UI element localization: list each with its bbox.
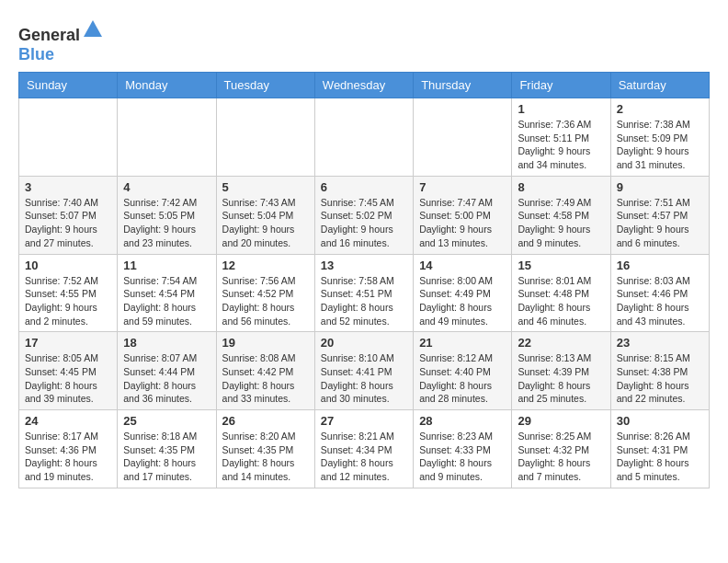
calendar-day-cell: 25Sunrise: 8:18 AM Sunset: 4:35 PM Dayli… [118, 410, 216, 488]
day-info: Sunrise: 7:56 AM Sunset: 4:52 PM Dayligh… [222, 274, 309, 328]
day-info: Sunrise: 7:45 AM Sunset: 5:02 PM Dayligh… [321, 196, 407, 250]
day-info: Sunrise: 8:20 AM Sunset: 4:35 PM Dayligh… [222, 430, 309, 484]
day-info: Sunrise: 7:54 AM Sunset: 4:54 PM Dayligh… [123, 274, 210, 328]
logo-blue: Blue [18, 45, 54, 63]
day-number: 5 [222, 180, 309, 194]
day-of-week-header: Sunday [19, 73, 118, 98]
day-number: 20 [321, 336, 407, 350]
logo-general: General [18, 26, 80, 44]
day-number: 7 [419, 180, 506, 194]
day-number: 11 [123, 259, 210, 272]
day-info: Sunrise: 8:00 AM Sunset: 4:49 PM Dayligh… [419, 274, 506, 328]
calendar-day-cell: 1Sunrise: 7:36 AM Sunset: 5:11 PM Daylig… [512, 98, 610, 177]
calendar-day-cell [216, 98, 314, 177]
day-number: 17 [25, 336, 111, 350]
calendar-day-cell: 21Sunrise: 8:12 AM Sunset: 4:40 PM Dayli… [414, 332, 512, 410]
day-number: 27 [321, 414, 407, 428]
calendar-day-cell [414, 98, 512, 177]
calendar-day-cell: 14Sunrise: 8:00 AM Sunset: 4:49 PM Dayli… [414, 254, 512, 332]
day-info: Sunrise: 8:23 AM Sunset: 4:33 PM Dayligh… [419, 430, 506, 484]
calendar-day-cell: 4Sunrise: 7:42 AM Sunset: 5:05 PM Daylig… [118, 176, 216, 254]
day-number: 24 [25, 414, 111, 428]
calendar-day-cell: 18Sunrise: 8:07 AM Sunset: 4:44 PM Dayli… [118, 332, 216, 410]
logo-text: General Blue [18, 18, 104, 64]
calendar-day-cell: 20Sunrise: 8:10 AM Sunset: 4:41 PM Dayli… [314, 332, 413, 410]
day-number: 29 [518, 414, 604, 428]
day-number: 2 [617, 102, 703, 116]
calendar-day-cell: 5Sunrise: 7:43 AM Sunset: 5:04 PM Daylig… [216, 176, 314, 254]
day-number: 30 [617, 414, 703, 428]
day-info: Sunrise: 7:52 AM Sunset: 4:55 PM Dayligh… [25, 274, 111, 328]
day-info: Sunrise: 8:18 AM Sunset: 4:35 PM Dayligh… [123, 430, 210, 484]
calendar-day-cell: 16Sunrise: 8:03 AM Sunset: 4:46 PM Dayli… [610, 254, 709, 332]
day-info: Sunrise: 8:12 AM Sunset: 4:40 PM Dayligh… [419, 351, 506, 406]
day-info: Sunrise: 8:25 AM Sunset: 4:32 PM Dayligh… [518, 430, 604, 484]
calendar-day-cell: 24Sunrise: 8:17 AM Sunset: 4:36 PM Dayli… [19, 410, 118, 488]
logo: General Blue [18, 18, 104, 64]
day-info: Sunrise: 7:42 AM Sunset: 5:05 PM Dayligh… [123, 196, 210, 250]
calendar-day-cell: 7Sunrise: 7:47 AM Sunset: 5:00 PM Daylig… [414, 176, 512, 254]
day-number: 22 [518, 336, 604, 350]
day-number: 6 [321, 180, 407, 194]
day-info: Sunrise: 8:21 AM Sunset: 4:34 PM Dayligh… [321, 430, 407, 484]
day-info: Sunrise: 8:10 AM Sunset: 4:41 PM Dayligh… [321, 351, 407, 406]
day-info: Sunrise: 8:26 AM Sunset: 4:31 PM Dayligh… [617, 430, 703, 484]
svg-marker-0 [84, 20, 102, 37]
day-info: Sunrise: 7:38 AM Sunset: 5:09 PM Dayligh… [617, 118, 703, 172]
day-info: Sunrise: 8:03 AM Sunset: 4:46 PM Dayligh… [617, 274, 703, 328]
logo-icon [82, 18, 104, 40]
day-info: Sunrise: 8:15 AM Sunset: 4:38 PM Dayligh… [617, 351, 703, 406]
calendar-day-cell: 28Sunrise: 8:23 AM Sunset: 4:33 PM Dayli… [414, 410, 512, 488]
day-number: 19 [222, 336, 309, 350]
day-info: Sunrise: 8:07 AM Sunset: 4:44 PM Dayligh… [123, 351, 210, 406]
day-info: Sunrise: 7:51 AM Sunset: 4:57 PM Dayligh… [617, 196, 703, 250]
calendar-day-cell: 2Sunrise: 7:38 AM Sunset: 5:09 PM Daylig… [610, 98, 709, 177]
day-of-week-header: Monday [118, 73, 216, 98]
day-number: 13 [321, 259, 407, 272]
calendar-day-cell: 17Sunrise: 8:05 AM Sunset: 4:45 PM Dayli… [19, 332, 118, 410]
day-number: 12 [222, 259, 309, 272]
calendar-header-row: SundayMondayTuesdayWednesdayThursdayFrid… [19, 73, 710, 98]
calendar-day-cell: 8Sunrise: 7:49 AM Sunset: 4:58 PM Daylig… [512, 176, 610, 254]
day-of-week-header: Thursday [414, 73, 512, 98]
day-of-week-header: Wednesday [314, 73, 413, 98]
day-info: Sunrise: 8:08 AM Sunset: 4:42 PM Dayligh… [222, 351, 309, 406]
day-info: Sunrise: 7:58 AM Sunset: 4:51 PM Dayligh… [321, 274, 407, 328]
calendar-day-cell: 22Sunrise: 8:13 AM Sunset: 4:39 PM Dayli… [512, 332, 610, 410]
day-of-week-header: Friday [512, 73, 610, 98]
day-number: 16 [617, 259, 703, 272]
calendar-day-cell: 29Sunrise: 8:25 AM Sunset: 4:32 PM Dayli… [512, 410, 610, 488]
day-number: 8 [518, 180, 604, 194]
day-number: 1 [518, 102, 604, 116]
day-number: 21 [419, 336, 506, 350]
calendar-day-cell: 6Sunrise: 7:45 AM Sunset: 5:02 PM Daylig… [314, 176, 413, 254]
day-info: Sunrise: 8:13 AM Sunset: 4:39 PM Dayligh… [518, 351, 604, 406]
calendar-day-cell: 9Sunrise: 7:51 AM Sunset: 4:57 PM Daylig… [610, 176, 709, 254]
calendar-day-cell: 11Sunrise: 7:54 AM Sunset: 4:54 PM Dayli… [118, 254, 216, 332]
day-number: 15 [518, 259, 604, 272]
calendar-day-cell: 19Sunrise: 8:08 AM Sunset: 4:42 PM Dayli… [216, 332, 314, 410]
calendar-day-cell [314, 98, 413, 177]
day-number: 4 [123, 180, 210, 194]
day-number: 28 [419, 414, 506, 428]
calendar-week-row: 17Sunrise: 8:05 AM Sunset: 4:45 PM Dayli… [19, 332, 710, 410]
calendar-day-cell: 13Sunrise: 7:58 AM Sunset: 4:51 PM Dayli… [314, 254, 413, 332]
day-info: Sunrise: 7:49 AM Sunset: 4:58 PM Dayligh… [518, 196, 604, 250]
day-info: Sunrise: 8:01 AM Sunset: 4:48 PM Dayligh… [518, 274, 604, 328]
day-number: 23 [617, 336, 703, 350]
calendar-day-cell: 15Sunrise: 8:01 AM Sunset: 4:48 PM Dayli… [512, 254, 610, 332]
day-info: Sunrise: 7:40 AM Sunset: 5:07 PM Dayligh… [25, 196, 111, 250]
day-number: 25 [123, 414, 210, 428]
calendar-week-row: 1Sunrise: 7:36 AM Sunset: 5:11 PM Daylig… [19, 98, 710, 177]
calendar-week-row: 3Sunrise: 7:40 AM Sunset: 5:07 PM Daylig… [19, 176, 710, 254]
day-of-week-header: Tuesday [216, 73, 314, 98]
calendar-day-cell: 26Sunrise: 8:20 AM Sunset: 4:35 PM Dayli… [216, 410, 314, 488]
calendar-day-cell: 3Sunrise: 7:40 AM Sunset: 5:07 PM Daylig… [19, 176, 118, 254]
calendar-day-cell [118, 98, 216, 177]
calendar-day-cell: 30Sunrise: 8:26 AM Sunset: 4:31 PM Dayli… [610, 410, 709, 488]
page-header: General Blue [18, 18, 710, 64]
calendar-week-row: 24Sunrise: 8:17 AM Sunset: 4:36 PM Dayli… [19, 410, 710, 488]
calendar-week-row: 10Sunrise: 7:52 AM Sunset: 4:55 PM Dayli… [19, 254, 710, 332]
day-info: Sunrise: 7:47 AM Sunset: 5:00 PM Dayligh… [419, 196, 506, 250]
day-info: Sunrise: 8:17 AM Sunset: 4:36 PM Dayligh… [25, 430, 111, 484]
